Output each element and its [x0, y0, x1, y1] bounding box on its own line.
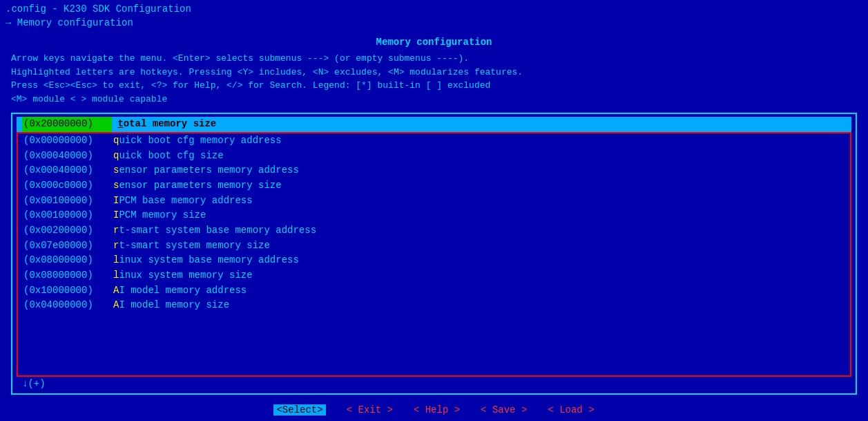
scroll-hex-value: (0x00200000)	[23, 223, 113, 238]
menu-item-selected[interactable]: (0x20000000) total memory size	[17, 117, 851, 132]
hotkey-char: I	[113, 209, 119, 221]
title-bar: .config - K230 SDK Configuration → Memor…	[0, 0, 868, 32]
scroll-description: rt-smart system memory size	[113, 238, 270, 254]
scroll-description: quick boot cfg size	[113, 149, 224, 164]
hotkey-char: r	[113, 240, 119, 251]
hotkey-char: q	[113, 135, 119, 146]
scroll-hex-value: (0x08000000)	[23, 253, 113, 268]
scroll-hex-value: (0x000c0000)	[23, 178, 113, 194]
hotkey-char: I	[113, 195, 119, 206]
hotkey-char: l	[113, 270, 119, 281]
hotkey-char: A	[113, 299, 119, 310]
scroll-item[interactable]: (0x000c0000) sensor parameters memory si…	[18, 178, 850, 194]
scroll-hex-value: (0x04000000)	[23, 298, 113, 313]
scroll-description: quick boot cfg memory address	[113, 133, 282, 149]
bottom-bar: <Select> < Exit > < Help > < Save > < Lo…	[0, 399, 868, 421]
scroll-description: IPCM base memory address	[113, 194, 253, 209]
instruction-line-3: Press <Esc><Esc> to exit, <?> for Help, …	[11, 79, 857, 93]
scroll-description: AI model memory size	[113, 298, 229, 313]
scroll-hex-value: (0x08000000)	[23, 268, 113, 283]
hotkey-char: l	[113, 254, 119, 265]
main-content: Memory configuration Arrow keys navigate…	[0, 32, 868, 399]
app: .config - K230 SDK Configuration → Memor…	[0, 0, 868, 421]
selected-description: total memory size	[117, 117, 216, 132]
hotkey-char: s	[113, 180, 119, 191]
help-button[interactable]: < Help >	[414, 404, 460, 415]
scroll-hex-value: (0x00100000)	[23, 194, 113, 209]
hotkey-char: A	[113, 285, 119, 296]
scroll-description: rt-smart system base memory address	[113, 223, 316, 238]
scroll-hex-value: (0x00040000)	[23, 149, 113, 164]
scroll-hex-value: (0x00100000)	[23, 208, 113, 223]
page-title: Memory configuration	[11, 37, 857, 48]
scroll-item[interactable]: (0x04000000) AI model memory size	[18, 298, 850, 313]
menu-area: (0x20000000) total memory size (0x000000…	[11, 113, 857, 395]
scroll-item[interactable]: (0x00200000) rt-smart system base memory…	[18, 223, 850, 238]
instruction-line-2: Highlighted letters are hotkeys. Pressin…	[11, 66, 857, 79]
save-button[interactable]: < Save >	[481, 404, 527, 415]
scroll-item[interactable]: (0x00100000) IPCM memory size	[18, 208, 850, 223]
scroll-description: linux system memory size	[113, 268, 253, 283]
hotkey-char: q	[113, 150, 119, 161]
scroll-hex-value: (0x00000000)	[23, 133, 113, 149]
select-button[interactable]: <Select>	[273, 404, 325, 415]
selected-hex-value: (0x20000000)	[22, 117, 112, 132]
scroll-item[interactable]: (0x10000000) AI model memory address	[18, 283, 850, 299]
scroll-item[interactable]: (0x08000000) linux system memory size	[18, 268, 850, 283]
scroll-item[interactable]: (0x00000000) quick boot cfg memory addre…	[18, 133, 850, 149]
scroll-item[interactable]: (0x07e00000) rt-smart system memory size	[18, 238, 850, 254]
scroll-description: AI model memory address	[113, 283, 247, 299]
scroll-description: sensor parameters memory address	[113, 163, 299, 178]
scroll-item[interactable]: (0x00100000) IPCM base memory address	[18, 194, 850, 209]
scroll-hex-value: (0x07e00000)	[23, 238, 113, 254]
instructions: Arrow keys navigate the menu. <Enter> se…	[11, 52, 857, 106]
scroll-indicator: ↓(+)	[17, 377, 851, 391]
instruction-line-4: <M> module < > module capable	[11, 93, 857, 106]
scroll-hex-value: (0x10000000)	[23, 283, 113, 299]
scroll-hex-value: (0x00040000)	[23, 163, 113, 178]
title-line2: → Memory configuration	[6, 17, 862, 30]
scroll-item[interactable]: (0x00040000) sensor parameters memory ad…	[18, 163, 850, 178]
exit-button[interactable]: < Exit >	[347, 404, 393, 415]
title-line1: .config - K230 SDK Configuration	[6, 3, 862, 17]
scroll-items-container: (0x00000000) quick boot cfg memory addre…	[18, 133, 850, 313]
instruction-line-1: Arrow keys navigate the menu. <Enter> se…	[11, 52, 857, 66]
selected-hotkey: t	[117, 118, 123, 129]
scroll-item[interactable]: (0x00040000) quick boot cfg size	[18, 149, 850, 164]
hotkey-char: s	[113, 165, 119, 176]
scroll-item[interactable]: (0x08000000) linux system base memory ad…	[18, 253, 850, 268]
load-button[interactable]: < Load >	[548, 404, 594, 415]
scroll-description: sensor parameters memory size	[113, 178, 282, 194]
scrolled-list: (0x00000000) quick boot cfg memory addre…	[17, 132, 851, 377]
hotkey-char: r	[113, 225, 119, 236]
scroll-description: IPCM memory size	[113, 208, 206, 223]
scroll-description: linux system base memory address	[113, 253, 299, 268]
